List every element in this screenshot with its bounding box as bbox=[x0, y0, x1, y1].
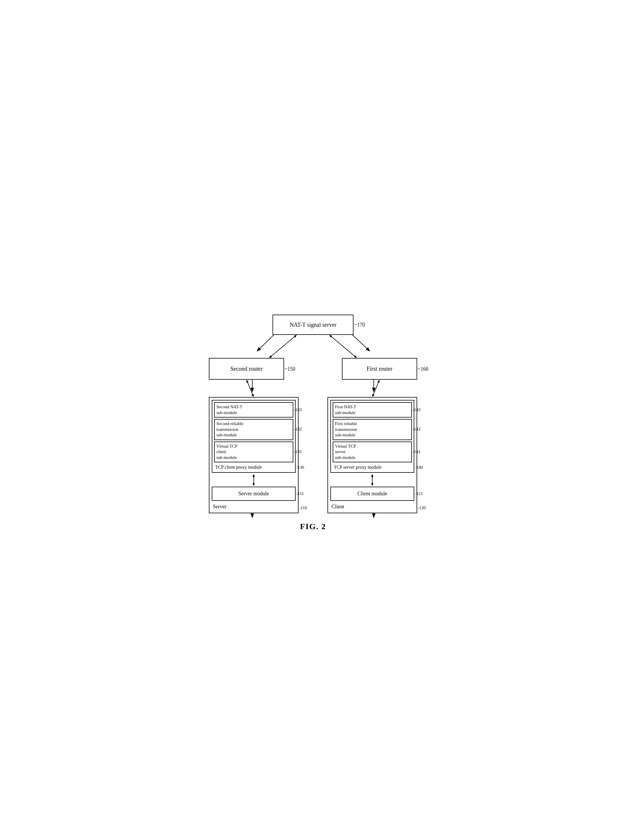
first-router-box: First router bbox=[342, 358, 417, 379]
second-nat-t-ref: -133 bbox=[294, 407, 302, 413]
nat-server-label: NAT-T signal server bbox=[290, 322, 336, 328]
virtual-tcp-client-submodule: Virtual TCPclientsub-module -131 bbox=[214, 442, 293, 463]
server-outer-panel: Second NAT-Tsub-module -133 Second relia… bbox=[209, 397, 299, 513]
second-nat-t-label: Second NAT-Tsub-module bbox=[216, 404, 243, 415]
client-outer-ref: -120 bbox=[418, 506, 426, 511]
second-router-label: Second router bbox=[230, 365, 263, 372]
virtual-tcp-server-submodule: Virtual TCPserversub-module -141 bbox=[333, 442, 412, 463]
virtual-tcp-client-label: Virtual TCPclientsub-module bbox=[216, 444, 238, 460]
second-reliable-label: Second reliabletransmissionsub-module bbox=[216, 421, 243, 437]
client-module-ref: -121 bbox=[415, 491, 423, 496]
client-module-label: Client module bbox=[358, 491, 387, 497]
first-reliable-label: First reliabletransmissionsub-module bbox=[335, 421, 357, 437]
second-nat-t-submodule: Second NAT-Tsub-module -133 bbox=[214, 402, 293, 418]
first-nat-t-submodule: First NAT-Tsub-module -143 bbox=[333, 402, 412, 418]
server-footer-label: Server bbox=[212, 503, 296, 511]
server-outer-ref: -110 bbox=[299, 506, 307, 511]
client-outer-panel: First NAT-Tsub-module -143 First reliabl… bbox=[327, 397, 417, 513]
tcp-client-proxy-ref: -130 bbox=[296, 465, 304, 470]
first-reliable-ref: -142 bbox=[413, 427, 421, 432]
client-module-box: Client module -121 bbox=[330, 487, 414, 501]
first-reliable-submodule: First reliabletransmissionsub-module -14… bbox=[333, 419, 412, 440]
server-module-ref: -111 bbox=[296, 491, 304, 496]
first-nat-t-label: First NAT-Tsub-module bbox=[335, 404, 356, 415]
second-router-box: Second router bbox=[209, 358, 284, 379]
second-reliable-submodule: Second reliabletransmissionsub-module -1… bbox=[214, 419, 293, 440]
fig-label: FIG. 2 bbox=[300, 522, 326, 531]
virtual-tcp-client-ref: -131 bbox=[294, 449, 302, 455]
nat-server-ref: ~170 bbox=[354, 322, 365, 328]
diagram-container: NAT-T signal server ~170 Second router ~… bbox=[206, 309, 420, 531]
tcp-server-proxy-module: First NAT-Tsub-module -143 First reliabl… bbox=[330, 400, 414, 473]
first-router-ref: ~160 bbox=[418, 366, 429, 372]
virtual-tcp-server-ref: -141 bbox=[413, 449, 421, 455]
tcp-client-proxy-module: Second NAT-Tsub-module -133 Second relia… bbox=[212, 400, 296, 473]
server-module-box: Server module -111 bbox=[212, 487, 296, 501]
tcp-server-proxy-label: TCP server proxy module bbox=[333, 464, 412, 471]
server-module-label: Server module bbox=[238, 491, 269, 497]
second-router-ref: ~150 bbox=[285, 366, 295, 372]
first-router-label: First router bbox=[366, 365, 392, 372]
first-nat-t-ref: -143 bbox=[413, 407, 421, 413]
second-reliable-ref: -132 bbox=[294, 427, 302, 432]
client-footer-label: Client bbox=[330, 503, 414, 511]
tcp-server-proxy-ref: -140 bbox=[415, 465, 423, 470]
nat-server-box: NAT-T signal server ~170 bbox=[272, 315, 354, 335]
virtual-tcp-server-label: Virtual TCPserversub-module bbox=[335, 444, 356, 460]
tcp-client-proxy-label: TCP client proxy module bbox=[214, 464, 293, 471]
